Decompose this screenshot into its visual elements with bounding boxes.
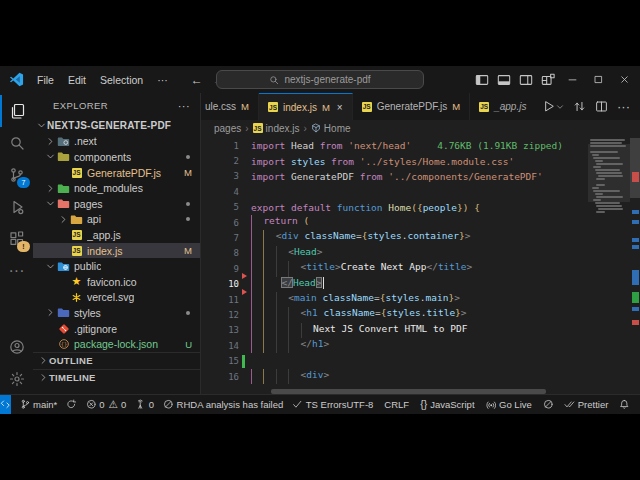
more-actions-button[interactable]: ··· [617, 100, 630, 113]
tree-item-public[interactable]: public [33, 258, 200, 274]
status-extension-status[interactable] [543, 399, 554, 410]
status-ports[interactable]: 0 [135, 399, 154, 410]
line-number[interactable]: 8 [201, 248, 239, 258]
window-minimize-button[interactable] [560, 70, 584, 90]
code-line-4[interactable]: 4 [201, 184, 588, 199]
tree-item-components[interactable]: components [33, 149, 200, 165]
line-number[interactable]: 5 [201, 202, 239, 212]
status-remote-indicator[interactable] [0, 395, 11, 414]
activity-source-control[interactable]: 7 [0, 159, 33, 191]
toggle-secondary-sidebar-button[interactable] [516, 70, 536, 90]
code-line-12[interactable]: 12<h1 className={styles.title}> [201, 307, 588, 322]
menu-selection[interactable]: Selection [93, 71, 150, 89]
line-number[interactable]: 16 [201, 372, 239, 382]
tree-item-pages[interactable]: pages [33, 196, 200, 212]
status-go-live[interactable]: Go Live [486, 399, 532, 410]
menu-[interactable]: ··· [150, 71, 175, 89]
tab--app-js[interactable]: JS_app.js [470, 93, 536, 120]
status-prettier[interactable]: Prettier [564, 399, 608, 410]
explorer-more-actions-icon[interactable]: ··· [178, 100, 190, 112]
line-number[interactable]: 3 [201, 171, 239, 181]
code-line-14[interactable]: 14</h1> [201, 338, 588, 353]
overview-ruler[interactable] [630, 136, 640, 395]
tab-generatepdf-js[interactable]: JSGeneratePDF.jsM [353, 93, 471, 120]
line-number[interactable]: 14 [201, 341, 239, 351]
breadcrumb-home[interactable]: Home [311, 123, 351, 134]
status-end-of-line[interactable]: CRLF [384, 399, 409, 410]
code-editor[interactable]: 1import Head from 'next/head'4.76KB (1.9… [201, 136, 640, 395]
tree-item-styles[interactable]: styles [33, 305, 200, 321]
status-sync-changes[interactable] [66, 399, 77, 410]
status-problems-errors[interactable]: 0 [86, 399, 105, 410]
activity-settings[interactable] [0, 363, 33, 395]
toggle-panel-button[interactable] [494, 70, 514, 90]
status-encoding[interactable]: UTF-8 [346, 399, 373, 410]
tree-item-index-js[interactable]: JSindex.jsM [33, 243, 200, 259]
close-icon[interactable]: × [337, 102, 343, 113]
activity-more[interactable]: ··· [0, 255, 33, 287]
line-number[interactable]: 15 [201, 356, 239, 366]
section-outline[interactable]: OUTLINE [33, 352, 200, 369]
tab-ule-css[interactable]: ule.cssM [201, 93, 259, 120]
code-line-13[interactable]: 13Next JS Convert HTML to PDF [201, 323, 588, 338]
toggle-primary-sidebar-button[interactable] [472, 70, 492, 90]
activity-run-debug[interactable] [0, 191, 33, 223]
line-number[interactable]: 1 [201, 141, 239, 151]
run-or-debug-button[interactable] [542, 100, 564, 113]
tab-index-js[interactable]: JSindex.jsM× [259, 93, 353, 120]
line-number[interactable]: 11 [201, 295, 239, 305]
code-line-9[interactable]: 9<title>Create Next App</title> [201, 261, 588, 276]
tree-item--app-js[interactable]: JS_app.js [33, 227, 200, 243]
tree-item--gitignore[interactable]: .gitignore [33, 321, 200, 337]
tree-item-generatepdf-js[interactable]: JSGeneratePDF.jsM [33, 165, 200, 181]
line-number[interactable]: 10 [201, 279, 239, 289]
activity-search[interactable] [0, 127, 33, 159]
command-center-search[interactable]: nextjs-generate-pdf [216, 70, 424, 89]
window-maximize-button[interactable] [586, 70, 610, 90]
line-number[interactable]: 12 [201, 310, 239, 320]
activity-account[interactable] [0, 331, 33, 363]
section-timeline[interactable]: TIMELINE [33, 369, 200, 386]
open-changes-button[interactable] [573, 100, 586, 113]
tree-item-api[interactable]: api [33, 212, 200, 228]
status-rhda-status[interactable]: RHDA analysis has failed [163, 399, 283, 410]
code-line-2[interactable]: 2import styles from '../styles/Home.modu… [201, 153, 588, 168]
code-line-1[interactable]: 1import Head from 'next/head'4.76KB (1.9… [201, 138, 588, 153]
tree-root-folder[interactable]: NEXTJS-GENERATE-PDF [33, 118, 200, 134]
code-line-5[interactable]: 5export default function Home({people}) … [201, 200, 588, 215]
tree-item-package-lock-json[interactable]: {}package-lock.jsonU [33, 336, 200, 352]
code-line-16[interactable]: 16<div> [201, 369, 588, 384]
tree-item-vercel-svg[interactable]: vercel.svg [33, 290, 200, 306]
code-line-3[interactable]: 3import GeneratePDF from '../components/… [201, 169, 588, 184]
activity-extensions[interactable]: ! [0, 223, 33, 255]
line-number[interactable]: 6 [201, 218, 239, 228]
code-line-15[interactable]: 15 [201, 353, 588, 368]
menu-edit[interactable]: Edit [61, 71, 93, 89]
code-line-7[interactable]: 7<div className={styles.container}> [201, 230, 588, 245]
code-line-8[interactable]: 8<Head> [201, 246, 588, 261]
breadcrumb-index-js[interactable]: JSindex.js [253, 123, 300, 134]
nav-back-icon[interactable]: ← [191, 74, 203, 86]
customize-layout-button[interactable] [538, 70, 558, 90]
minimap[interactable] [588, 136, 630, 395]
status-language-mode[interactable]: {}JavaScript [420, 399, 474, 410]
line-number[interactable]: 4 [201, 187, 239, 197]
window-close-button[interactable] [612, 70, 636, 90]
line-number[interactable]: 2 [201, 156, 239, 166]
code-line-10[interactable]: 10</Head> [201, 277, 588, 292]
code-line-6[interactable]: 6return ( [201, 215, 588, 230]
code-line-11[interactable]: 11<main className={styles.main}> [201, 292, 588, 307]
scrollbar-slider[interactable] [630, 138, 640, 198]
tree-item--next[interactable]: .next [33, 134, 200, 150]
status-ts-errors[interactable]: TS Errors [292, 399, 346, 410]
split-editor-button[interactable] [595, 100, 608, 113]
tree-item-favicon-ico[interactable]: ★favicon.ico [33, 274, 200, 290]
activity-explorer[interactable] [0, 95, 33, 127]
line-number[interactable]: 13 [201, 325, 239, 335]
line-number[interactable]: 9 [201, 264, 239, 274]
status-git-branch[interactable]: main* [20, 399, 58, 410]
line-number[interactable]: 7 [201, 233, 239, 243]
status-notifications[interactable] [619, 399, 630, 410]
menu-file[interactable]: File [30, 71, 61, 89]
breadcrumb-pages[interactable]: pages [214, 123, 241, 134]
